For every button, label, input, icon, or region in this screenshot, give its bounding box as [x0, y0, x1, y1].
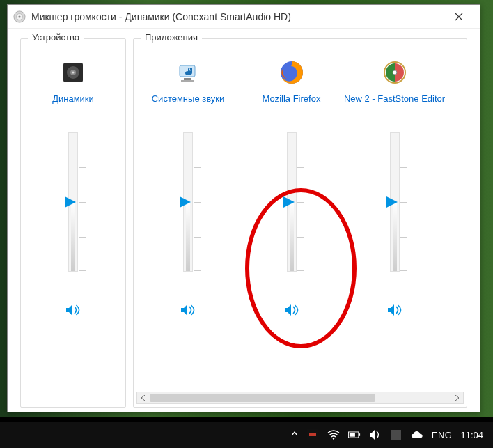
faststone-icon[interactable]: [381, 59, 409, 86]
speaker-device-icon[interactable]: [59, 59, 87, 86]
svg-point-6: [72, 72, 75, 74]
titlebar[interactable]: Микшер громкости - Динамики (Conexant Sm…: [8, 5, 480, 29]
onedrive-icon[interactable]: [411, 428, 423, 441]
channel-name[interactable]: Динамики: [52, 93, 94, 118]
mute-button[interactable]: [63, 301, 84, 319]
channel-faststone: New 2 - FastStone Editor: [343, 52, 446, 390]
wifi-icon[interactable]: [327, 428, 340, 441]
volume-slider[interactable]: [271, 132, 313, 286]
volume-mixer-window: Микшер громкости - Динамики (Conexant Sm…: [7, 4, 480, 412]
volume-slider[interactable]: [374, 132, 416, 286]
svg-point-15: [333, 438, 334, 439]
svg-point-2: [18, 15, 20, 17]
svg-rect-18: [350, 433, 355, 436]
tray-app-icon[interactable]: [306, 428, 319, 441]
svg-rect-9: [181, 80, 194, 82]
applications-group-label: Приложения: [141, 32, 202, 43]
volume-slider[interactable]: [167, 132, 209, 286]
scroll-thumb[interactable]: [150, 394, 375, 402]
window-title: Микшер громкости - Динамики (Conexant Sm…: [31, 11, 444, 22]
mute-button[interactable]: [178, 301, 198, 319]
slider-thumb[interactable]: [386, 196, 398, 208]
system-sounds-icon[interactable]: [174, 59, 202, 86]
channel-name[interactable]: Mozilla Firefox: [263, 93, 321, 118]
taskbar: ENG 11:04: [0, 422, 493, 448]
svg-point-12: [393, 70, 397, 75]
channel-system-sounds: Системные звуки: [136, 52, 240, 390]
battery-icon[interactable]: [348, 428, 361, 441]
volume-mixer-icon: [13, 10, 26, 23]
close-button[interactable]: [444, 6, 474, 27]
slider-thumb[interactable]: [283, 196, 295, 208]
tray-overflow-icon[interactable]: [291, 431, 298, 439]
svg-rect-8: [184, 78, 191, 80]
language-indicator[interactable]: ENG: [432, 430, 453, 440]
slider-thumb[interactable]: [180, 196, 191, 208]
mixer-body: Устройство Динамики: [8, 29, 480, 412]
scroll-track[interactable]: [150, 392, 451, 403]
device-group-label: Устройство: [28, 32, 84, 43]
applications-row: Системные звуки: [136, 52, 464, 390]
svg-rect-14: [309, 433, 316, 436]
applications-group: Приложения Системные звуки: [133, 38, 467, 408]
channel-device: Динамики: [24, 52, 123, 404]
scroll-right-button[interactable]: [451, 392, 463, 403]
firefox-icon[interactable]: [278, 59, 306, 86]
svg-rect-19: [391, 430, 401, 440]
channel-firefox: Mozilla Firefox: [240, 52, 343, 390]
slider-thumb[interactable]: [65, 196, 76, 208]
svg-rect-17: [359, 433, 360, 436]
device-group: Устройство Динамики: [20, 38, 126, 408]
mute-button[interactable]: [384, 301, 405, 319]
volume-slider[interactable]: [52, 132, 94, 286]
channel-name[interactable]: Системные звуки: [152, 93, 225, 118]
mute-button[interactable]: [281, 301, 302, 319]
volume-tray-icon[interactable]: [369, 428, 382, 441]
tray-square-icon[interactable]: [390, 428, 402, 441]
channel-name[interactable]: New 2 - FastStone Editor: [344, 93, 445, 118]
clock[interactable]: 11:04: [460, 430, 483, 440]
scroll-left-button[interactable]: [137, 392, 150, 403]
horizontal-scrollbar[interactable]: [136, 392, 464, 404]
